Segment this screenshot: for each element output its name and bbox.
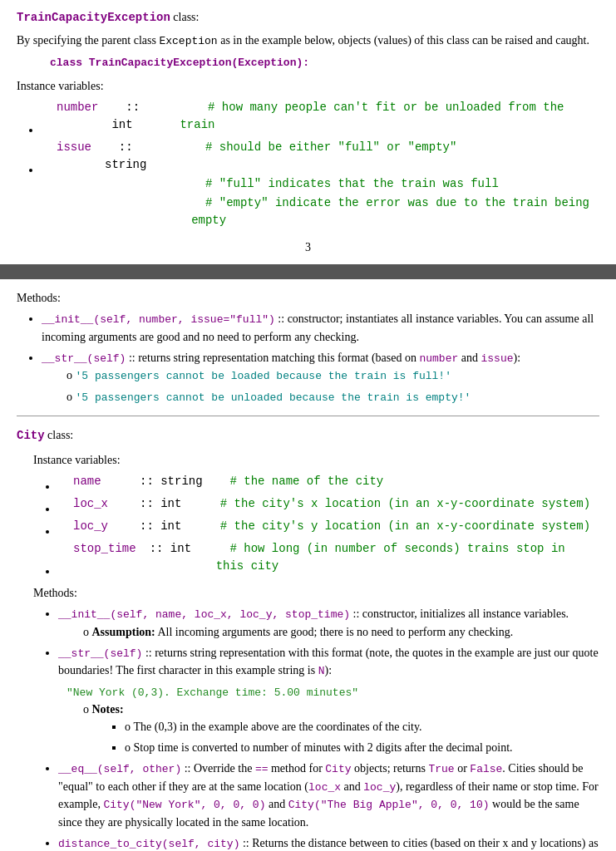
city-init-assumption: Assumption: All incoming arguments are g… <box>83 623 599 641</box>
city-init-sub: Assumption: All incoming arguments are g… <box>83 623 599 641</box>
var-comment-number: # how many people can't fit or be unload… <box>173 98 599 135</box>
city-class-name: City <box>17 429 45 442</box>
method-str-train: __str__(self) :: returns string represen… <box>42 349 599 406</box>
city-locx-comment: # the city's x location (in an x-y-coord… <box>200 494 597 514</box>
method-init-train: __init__(self, number, issue="full") :: … <box>42 310 599 346</box>
example-full: '5 passengers cannot be loaded because t… <box>67 366 599 385</box>
var-comment-issue-1: # should be either "full" or "empty" <box>185 138 599 175</box>
city-stoptime-label: stop_time <box>67 539 143 576</box>
example-empty-text: '5 passengers cannot be unloaded because… <box>76 391 471 404</box>
var-type-issue: :: string <box>98 138 185 175</box>
intro-text: By specifying the parent class <box>17 34 159 47</box>
methods-label-train: Methods: <box>17 289 599 307</box>
city-locy-type: :: int <box>133 517 200 536</box>
var-issue: issue :: string # should be either "full… <box>42 138 599 230</box>
city-class-title-line: City class: <box>17 426 599 445</box>
city-locx-type: :: int <box>133 494 200 514</box>
train-methods-section: Methods: __init__(self, number, issue="f… <box>17 289 599 406</box>
notes-heading: Notes: <box>92 703 124 716</box>
city-dist-sig: distance_to_city(self, city) <box>58 838 239 850</box>
dark-divider <box>0 264 616 279</box>
city-var-locx: loc_x :: int # the city's x location (in… <box>58 494 599 514</box>
example-full-text: '5 passengers cannot be loaded because t… <box>76 370 451 382</box>
city-str-notes: Notes: The (0,3) in the example above ar… <box>83 701 599 756</box>
city-stoptime-type: :: int <box>143 539 209 576</box>
note-1: The (0,3) in the example above are the c… <box>125 718 599 735</box>
city-var-locy: loc_y :: int # the city's y location (in… <box>58 517 599 536</box>
train-class-title-line: TrainCapacityException class: <box>17 8 599 27</box>
var-name-number: number <box>50 98 105 135</box>
var-name-issue: issue <box>50 138 98 175</box>
var-number: number :: int # how many people can't fi… <box>42 98 599 135</box>
city-var-name: name :: string # the name of the city <box>58 472 599 491</box>
city-name-type: :: string <box>133 472 209 491</box>
city-var-locy-table: loc_y :: int # the city's y location (in… <box>67 517 597 536</box>
instance-vars-list: number :: int # how many people can't fi… <box>42 98 599 230</box>
city-stoptime-comment: # how long (in number of seconds) trains… <box>209 539 599 576</box>
var-issue-table: issue :: string # should be either "full… <box>50 138 599 230</box>
var-type-number: :: int <box>105 98 173 135</box>
example-empty: '5 passengers cannot be unloaded because… <box>67 388 599 406</box>
city-eq-sig: __eq__(self, other) <box>58 763 181 775</box>
city-init-sig: __init__(self, name, loc_x, loc_y, stop_… <box>58 608 350 621</box>
note-2: Stop time is converted to number of minu… <box>125 739 599 756</box>
light-divider-1 <box>17 416 599 416</box>
page-number: 3 <box>17 239 599 256</box>
city-class-suffix: class: <box>45 429 74 441</box>
city-name-comment: # the name of the city <box>209 472 391 491</box>
instance-vars-label: Instance variables: <box>17 77 599 95</box>
train-intro-para: By specifying the parent class Exception… <box>17 32 599 50</box>
city-locx-label: loc_x <box>67 494 133 514</box>
city-var-locx-table: loc_x :: int # the city's x location (in… <box>67 494 597 514</box>
city-methods-section: Methods: __init__(self, name, loc_x, loc… <box>17 584 599 851</box>
var-comment-issue-2: # "full" indicates that the train was fu… <box>185 175 599 194</box>
city-method-eq: __eq__(self, other) :: Override the == m… <box>58 760 599 831</box>
city-method-str: __str__(self) :: returns string represen… <box>58 644 599 757</box>
city-str-sig: __str__(self) <box>58 647 142 660</box>
city-methods-list: __init__(self, name, loc_x, loc_y, stop_… <box>58 605 599 851</box>
city-method-distance: distance_to_city(self, city) :: Returns … <box>58 834 599 852</box>
city-vars-list: name :: string # the name of the city lo… <box>58 472 599 576</box>
str-examples-train: '5 passengers cannot be loaded because t… <box>67 366 599 406</box>
init-signature-train: __init__(self, number, issue="full") <box>42 313 275 326</box>
exception-code: Exception <box>159 35 217 47</box>
train-class-suffix: class: <box>170 11 200 23</box>
city-str-notes-item: Notes: The (0,3) in the example above ar… <box>83 701 599 756</box>
assumption-heading: Assumption: <box>92 626 155 638</box>
train-class-name: TrainCapacityException <box>17 11 170 24</box>
str-desc-train: :: returns string representation matchin… <box>126 352 520 364</box>
city-init-desc: :: constructor, initializes all instance… <box>350 608 569 620</box>
city-method-init: __init__(self, name, loc_x, loc_y, stop_… <box>58 605 599 641</box>
city-locy-label: loc_y <box>67 517 133 536</box>
var-comment-issue-3: # "empty" indicate the error was due to … <box>185 194 599 230</box>
city-var-name-table: name :: string # the name of the city <box>67 472 390 491</box>
class-definition: class TrainCapacityException(Exception): <box>50 55 599 71</box>
city-var-stoptime-table: stop_time :: int # how long (in number o… <box>67 539 599 576</box>
city-var-stoptime: stop_time :: int # how long (in number o… <box>58 539 599 576</box>
var-number-table: number :: int # how many people can't fi… <box>50 98 599 135</box>
train-methods-list: __init__(self, number, issue="full") :: … <box>42 310 599 406</box>
city-locy-comment: # the city's y location (in an x-y-coord… <box>200 517 597 536</box>
city-str-example: "New York (0,3). Exchange time: 5.00 min… <box>67 686 358 699</box>
city-instance-vars-label: Instance variables: <box>33 451 599 469</box>
intro-rest: as in the example below, objects (values… <box>218 34 589 47</box>
notes-list: The (0,3) in the example above are the c… <box>125 718 599 756</box>
train-capacity-exception-section: TrainCapacityException class: By specify… <box>17 8 599 256</box>
city-methods-label: Methods: <box>33 584 599 602</box>
city-section: City class: Instance variables: name :: … <box>17 426 599 851</box>
city-name-label: name <box>67 472 133 491</box>
str-signature-train: __str__(self) <box>42 352 126 365</box>
